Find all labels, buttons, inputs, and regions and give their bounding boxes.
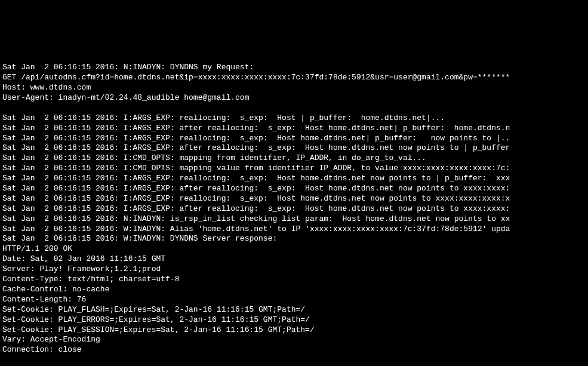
terminal-line: Sat Jan 2 06:16:15 2016: I:ARGS_EXP: rea…	[2, 194, 586, 204]
terminal-line: Sat Jan 2 06:16:15 2016: I:ARGS_EXP: rea…	[2, 134, 586, 144]
terminal-line: Set-Cookie: PLAY_ERRORS=;Expires=Sat, 2-…	[2, 315, 586, 325]
terminal-line: Sat Jan 2 06:16:15 2016: I:CMD_OPTS: map…	[2, 164, 586, 174]
terminal-line: Sat Jan 2 06:16:15 2016: I:ARGS_EXP: aft…	[2, 143, 586, 153]
terminal-line: Sat Jan 2 06:16:15 2016: N:INADYN: DYNDN…	[2, 63, 586, 73]
terminal-line: Sat Jan 2 06:16:15 2016: I:CMD_OPTS: map…	[2, 153, 586, 164]
terminal-line: Vary: Accept-Encoding	[2, 335, 586, 345]
terminal-line: Sat Jan 2 06:16:15 2016: I:ARGS_EXP: rea…	[2, 113, 586, 124]
terminal-line	[2, 355, 586, 365]
terminal-line: Content-Type: text/html; charset=utf-8	[2, 275, 586, 285]
terminal-line: Sat Jan 2 06:16:15 2016: I:ARGS_EXP: aft…	[2, 204, 586, 214]
terminal-line: Cache-Control: no-cache	[2, 285, 586, 295]
terminal-line: Set-Cookie: PLAY_FLASH=;Expires=Sat, 2-J…	[2, 305, 586, 315]
terminal-line: Sat Jan 2 06:16:15 2016: N:INADYN: is_rs…	[2, 214, 586, 224]
terminal-line: Sat Jan 2 06:16:15 2016: I:ARGS_EXP: aft…	[2, 124, 586, 134]
terminal-line: Date: Sat, 02 Jan 2016 11:16:15 GMT	[2, 254, 586, 264]
terminal-line: GET /api/autodns.cfm?id=home.dtdns.net&i…	[2, 73, 586, 83]
terminal-line: Sat Jan 2 06:16:15 2016: I:ARGS_EXP: rea…	[2, 174, 586, 184]
terminal-line: Server: Play! Framework;1.2.1;prod	[2, 264, 586, 275]
terminal-line: User-Agent: inadyn-mt/02.24.48_audible h…	[2, 93, 586, 103]
terminal-output[interactable]: Sat Jan 2 06:16:15 2016: N:INADYN: DYNDN…	[2, 43, 586, 366]
terminal-line: Sat Jan 2 06:16:15 2016: I:ARGS_EXP: aft…	[2, 184, 586, 194]
terminal-line: HTTP/1.1 200 OK	[2, 244, 586, 254]
terminal-line: Connection: close	[2, 345, 586, 355]
terminal-line: Sat Jan 2 06:16:15 2016: W:INADYN: DYNDN…	[2, 234, 586, 244]
terminal-line: Host: www.dtdns.com	[2, 83, 586, 93]
terminal-line: Sat Jan 2 06:16:15 2016: W:INADYN: Alias…	[2, 224, 586, 235]
terminal-line: Content-Length: 76	[2, 295, 586, 305]
terminal-line: Set-Cookie: PLAY_SESSION=;Expires=Sat, 2…	[2, 325, 586, 336]
terminal-line	[2, 103, 586, 113]
